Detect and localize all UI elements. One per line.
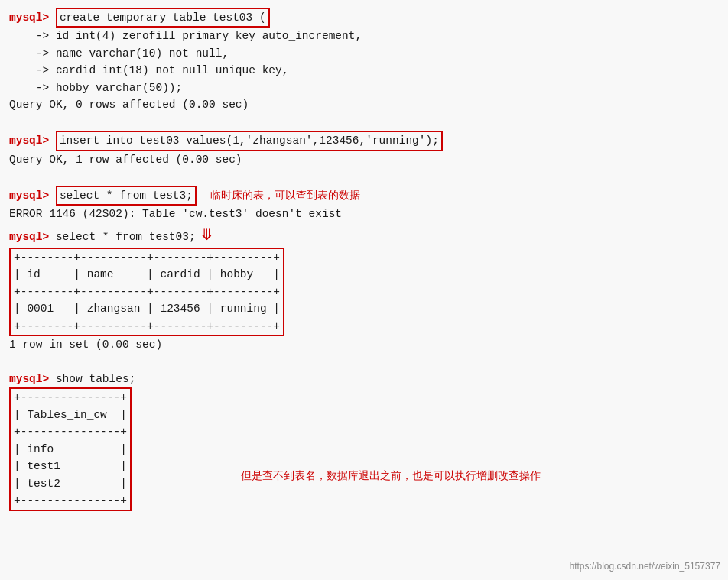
terminal-window: mysql> create temporary table test03 ( -… <box>0 0 728 580</box>
line-5: -> hobby varchar(50)); <box>9 79 719 96</box>
blank-3 <box>9 353 719 370</box>
line-13: mysql> show tables; <box>9 371 719 387</box>
cmd-box-3: select * from test3; <box>56 186 197 206</box>
line-7: mysql> insert into test03 values(1,'zhan… <box>9 131 719 151</box>
table-line-3: +--------+----------+--------+---------+ <box>14 284 280 300</box>
prompt-4: mysql> <box>9 231 56 243</box>
st-line-1: +---------------+ <box>14 389 127 406</box>
table-line-2: | id | name | cardid | hobby | <box>14 266 280 283</box>
line-2: -> id int(4) zerofill primary key auto_i… <box>9 28 719 44</box>
cmd-box-1: create temporary table test03 ( <box>56 8 270 28</box>
blank-2 <box>9 168 719 185</box>
watermark: https://blog.csdn.net/weixin_5157377 <box>570 559 720 574</box>
prompt-1: mysql> <box>9 11 56 24</box>
st-line-3: +---------------+ <box>14 423 127 440</box>
line-1: mysql> create temporary table test03 ( <box>9 8 719 28</box>
table-line-5: +--------+----------+--------+---------+ <box>14 318 280 335</box>
result-table-box: +--------+----------+--------+---------+… <box>9 248 284 336</box>
st-line-2: | Tables_in_cw | <box>14 407 127 423</box>
show-tables-box: +---------------+ | Tables_in_cw | +----… <box>9 387 132 510</box>
st-line-6: | test2 | <box>14 475 127 492</box>
arrow-icon: ⤋ <box>200 226 213 243</box>
prompt-3: mysql> <box>9 190 56 202</box>
st-line-7: +---------------+ <box>14 492 127 509</box>
annotation-1: 临时床的表，可以查到表的数据 <box>210 190 360 201</box>
line-12: 1 row in set (0.00 sec) <box>9 336 719 353</box>
annotation-2: 但是查不到表名，数据库退出之前，也是可以执行增删改查操作 <box>241 468 541 484</box>
st-line-5: | test1 | <box>14 458 127 475</box>
line-10: ERROR 1146 (42S02): Table 'cw.test3' doe… <box>9 206 719 222</box>
table-line-1: +--------+----------+--------+---------+ <box>14 249 280 266</box>
prompt-5: mysql> <box>9 373 56 385</box>
line-4: -> cardid int(18) not null unique key, <box>9 62 719 79</box>
line-3: -> name varchar(10) not null, <box>9 45 719 62</box>
line-8: Query OK, 1 row affected (0.00 sec) <box>9 151 719 168</box>
blank-1 <box>9 114 719 131</box>
st-line-4: | info | <box>14 441 127 458</box>
line-6: Query OK, 0 rows affected (0.00 sec) <box>9 96 719 113</box>
cmd-box-2: insert into test03 values(1,'zhangsan',1… <box>56 131 443 151</box>
line-9: mysql> select * from test3;临时床的表，可以查到表的数… <box>9 186 719 206</box>
table-line-4: | 0001 | zhangsan | 123456 | running | <box>14 300 280 317</box>
line-11: mysql> select * from test03;⤋ <box>9 223 719 247</box>
prompt-2: mysql> <box>9 134 56 147</box>
